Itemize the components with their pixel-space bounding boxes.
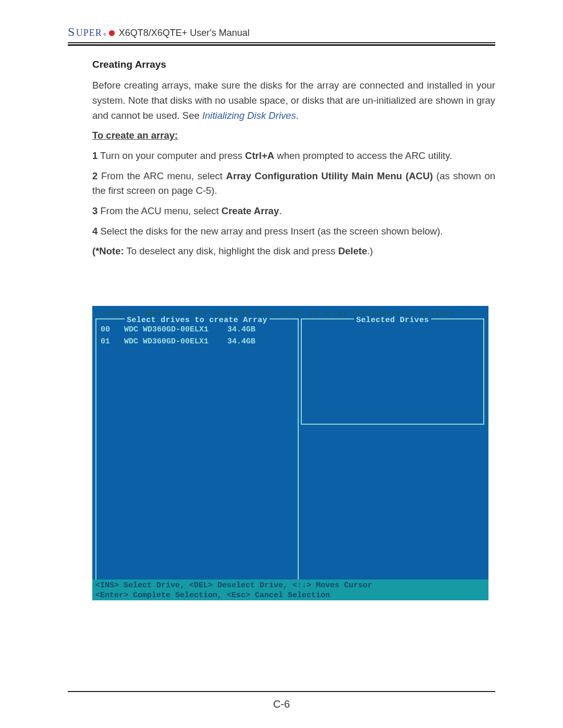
step-4: 4 Select the disks for the new array and… bbox=[92, 224, 495, 239]
step-text: From the ACU menu, select bbox=[97, 205, 222, 216]
drive-id: 01 bbox=[101, 337, 110, 346]
brand-rest: UPER bbox=[76, 28, 102, 39]
step-number: 2 bbox=[92, 170, 97, 181]
drive-list: 00 WDC WD360GD-00ELX1 34.4GB 01 WDC WD36… bbox=[96, 324, 298, 348]
drive-model: WDC WD360GD-00ELX1 bbox=[124, 325, 209, 334]
drive-model: WDC WD360GD-00ELX1 bbox=[124, 337, 209, 346]
brand-dot-icon bbox=[109, 30, 115, 36]
drive-size: 34.4GB bbox=[227, 325, 255, 334]
panel-select-drives: Select drives to create Array 00 WDC WD3… bbox=[95, 318, 299, 581]
page-content: Creating Arrays Before creating arrays, … bbox=[92, 57, 495, 600]
page-header: SUPER® X6QT8/X6QTE+ User's Manual bbox=[68, 0, 495, 43]
note-lead: (*Note: bbox=[92, 245, 124, 256]
step-number: 3 bbox=[92, 205, 97, 216]
intro-paragraph: Before creating arrays, make sure the di… bbox=[92, 78, 495, 123]
note-line: (*Note: To deselect any disk, highlight … bbox=[92, 244, 495, 259]
note-bold: Delete bbox=[338, 245, 368, 256]
bios-help-line-1: <INS> Select Drive, <DEL> Deselect Drive… bbox=[95, 581, 485, 591]
intro-text-b: . bbox=[296, 110, 299, 121]
note-mid: To deselect any disk, highlight the disk… bbox=[124, 245, 338, 256]
manual-page: SUPER® X6QT8/X6QTE+ User's Manual Creati… bbox=[68, 0, 495, 600]
step-1: 1 Turn on your computer and press Ctrl+A… bbox=[92, 149, 495, 164]
header-line: SUPER® X6QT8/X6QTE+ User's Manual bbox=[68, 25, 495, 39]
panel-title-left: Select drives to create Array bbox=[96, 314, 298, 326]
bios-help-bar: <INS> Select Drive, <DEL> Deselect Drive… bbox=[92, 579, 488, 600]
step-2: 2 From the ARC menu, select Array Config… bbox=[92, 169, 495, 199]
step-text: . bbox=[279, 205, 282, 216]
step-bold: Array Configuration Utility Main Menu (A… bbox=[226, 170, 433, 181]
note-tail: .) bbox=[367, 245, 373, 256]
bios-help-line-2: <Enter> Complete Selection, <Esc> Cancel… bbox=[95, 591, 485, 600]
step-text: Turn on your computer and press bbox=[97, 150, 245, 161]
footer-rule bbox=[68, 691, 495, 692]
bios-screenshot: ─ Adaptec Embedded SATA HostRAID Control… bbox=[92, 306, 488, 600]
brand-registered: ® bbox=[103, 32, 106, 37]
header-rule bbox=[68, 42, 495, 43]
drive-size: 34.4GB bbox=[227, 337, 255, 346]
step-number: 1 bbox=[92, 150, 97, 161]
drive-id: 00 bbox=[101, 325, 110, 334]
panel-title-right-text: Selected Drives bbox=[354, 316, 431, 325]
section-title: Creating Arrays bbox=[92, 57, 495, 72]
step-bold: Ctrl+A bbox=[245, 150, 274, 161]
panel-title-right: Selected Drives bbox=[302, 314, 483, 326]
panel-title-left-text: Select drives to create Array bbox=[125, 316, 270, 325]
subheading-to-create-array: To create an array: bbox=[92, 128, 495, 143]
page-number: C-6 bbox=[0, 698, 563, 710]
step-3: 3 From the ACU menu, select Create Array… bbox=[92, 204, 495, 219]
panel-selected-drives: Selected Drives bbox=[301, 318, 484, 425]
step-text: when prompted to access the ARC utility. bbox=[274, 150, 452, 161]
link-initializing-disk-drives[interactable]: Initializing Disk Drives bbox=[202, 110, 296, 121]
step-bold: Create Array bbox=[222, 205, 279, 216]
step-text: From the ARC menu, select bbox=[97, 170, 226, 181]
step-text: Select the disks for the new array and p… bbox=[97, 226, 443, 237]
step-number: 4 bbox=[92, 226, 97, 237]
brand-first-letter: S bbox=[68, 25, 75, 39]
drive-row[interactable]: 01 WDC WD360GD-00ELX1 34.4GB bbox=[101, 336, 298, 348]
header-doc-title: X6QT8/X6QTE+ User's Manual bbox=[119, 28, 250, 39]
